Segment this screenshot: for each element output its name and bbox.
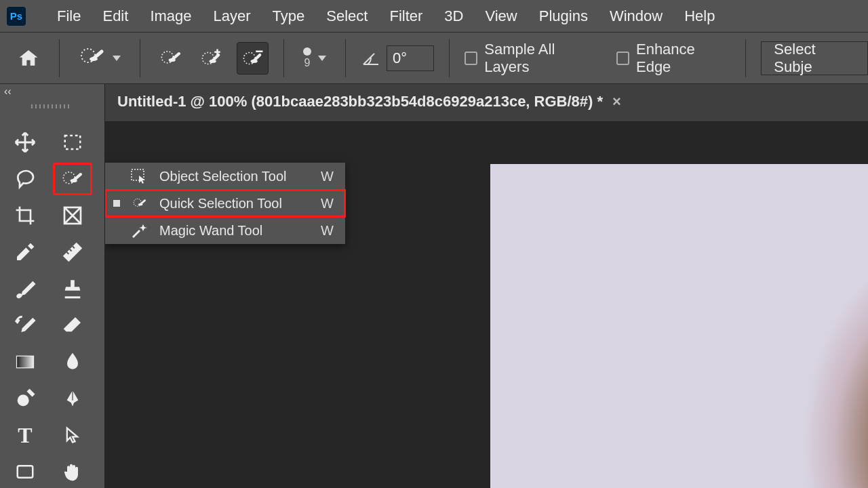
menu-layer[interactable]: Layer [203,5,262,28]
brush-icon [14,277,37,300]
menu-window[interactable]: Window [599,5,673,28]
menu-help[interactable]: Help [673,5,726,28]
object-selection-icon [130,169,150,184]
document-title: Untitled-1 @ 100% (801bcaae283bb323b54d8… [117,93,603,110]
menu-file[interactable]: File [46,5,92,28]
angle-control[interactable] [361,45,434,71]
main-area: T Object Selection Tool W [0,122,868,488]
svg-rect-14 [26,388,35,396]
arrow-cursor-icon [63,424,82,446]
enhance-edge-option[interactable]: Enhance Edge [616,41,731,76]
quick-selection-icon [130,196,150,211]
rectangle-icon [14,462,36,482]
menu-image[interactable]: Image [139,5,202,28]
quick-selection-icon [79,45,106,72]
home-icon [17,47,40,69]
eraser-icon [61,314,84,336]
collapse-toolbox-icon[interactable]: ‹‹ [4,84,12,98]
sample-all-layers-option[interactable]: Sample All Layers [465,41,600,76]
document-canvas[interactable] [490,164,868,488]
lasso-icon [14,168,37,190]
canvas-area[interactable]: Object Selection Tool W Quick Selection … [105,122,868,488]
select-subject-button[interactable]: Select Subje [761,41,868,75]
quick-selection-add-icon [200,47,223,70]
flyout-shortcut: W [321,169,345,184]
divider [345,39,346,77]
hand-icon [62,460,83,483]
document-tab-bar: Untitled-1 @ 100% (801bcaae283bb323b54d8… [105,84,868,122]
subtract-selection-button[interactable] [237,42,269,75]
toolbox-header: ‹‹ [0,84,105,122]
menu-view[interactable]: View [474,5,528,28]
checkbox-icon[interactable] [465,52,477,65]
frame-tool[interactable] [53,199,92,232]
selection-indicator [113,200,120,207]
brush-tool[interactable] [5,272,45,305]
brush-size-label: 9 [304,57,311,69]
tool-preset-picker[interactable] [75,42,125,75]
brush-picker[interactable]: 9 [299,47,330,69]
tab-strip-row: ‹‹ Untitled-1 @ 100% (801bcaae283bb323b5… [0,84,868,122]
selection-indicator [113,227,120,234]
checkbox-icon[interactable] [616,52,629,65]
history-brush-tool[interactable] [5,309,45,342]
stamp-tool[interactable] [53,272,92,305]
dodge-icon [14,387,37,410]
flyout-object-selection[interactable]: Object Selection Tool W [105,163,345,190]
gradient-tool[interactable] [5,346,45,378]
divider [283,39,284,77]
svg-point-13 [18,394,29,406]
dodge-tool[interactable] [5,382,45,415]
ruler-tool[interactable] [53,236,92,268]
chevron-down-icon [113,56,121,61]
brush-dot-icon [303,47,311,56]
hand-tool[interactable] [53,455,92,488]
divider [449,39,450,77]
menu-plugins[interactable]: Plugins [528,5,599,28]
close-tab-icon[interactable]: × [612,93,621,110]
grip-icon[interactable] [31,104,72,108]
menu-filter[interactable]: Filter [378,5,433,28]
angle-input[interactable] [387,45,434,71]
quick-selection-tool[interactable] [53,163,92,195]
eyedropper-icon [14,241,36,263]
shape-tool[interactable] [5,455,45,488]
menu-type[interactable]: Type [262,5,316,28]
add-selection-button[interactable] [196,42,227,75]
app-logo: Ps [7,7,26,26]
menu-edit[interactable]: Edit [92,5,139,28]
move-icon [14,131,37,154]
quick-selection-subtract-icon [241,47,264,70]
angle-icon [361,49,381,67]
selection-indicator [113,173,120,180]
eyedropper-tool[interactable] [5,236,45,268]
stamp-icon [61,277,84,300]
frame-icon [62,205,83,226]
eraser-tool[interactable] [53,309,92,342]
home-button[interactable] [14,44,44,73]
smudge-tool[interactable] [53,346,92,378]
type-tool[interactable]: T [5,419,45,451]
menu-3d[interactable]: 3D [433,5,474,28]
flyout-magic-wand[interactable]: Magic Wand Tool W [105,217,345,244]
path-selection-tool[interactable] [53,419,92,451]
flyout-label: Quick Selection Tool [159,196,311,211]
pen-tool[interactable] [53,382,92,415]
enhance-edge-label: Enhance Edge [636,41,730,76]
crop-tool[interactable] [5,199,45,232]
quick-selection-new-icon [159,47,182,70]
flyout-label: Object Selection Tool [159,169,311,184]
options-bar: 9 Sample All Layers Enhance Edge Select … [0,33,868,84]
move-tool[interactable] [5,126,45,159]
svg-point-18 [138,203,143,205]
new-selection-button[interactable] [155,42,186,75]
rect-marquee-tool[interactable] [53,126,92,159]
toolbox: T [0,122,105,488]
document-tab[interactable]: Untitled-1 @ 100% (801bcaae283bb323b54d8… [105,84,633,121]
tool-flyout-menu: Object Selection Tool W Quick Selection … [105,163,345,244]
svg-rect-12 [17,356,34,368]
menu-select[interactable]: Select [315,5,378,28]
flyout-quick-selection[interactable]: Quick Selection Tool W [105,190,345,217]
lasso-tool[interactable] [5,163,45,195]
flyout-label: Magic Wand Tool [159,223,311,239]
